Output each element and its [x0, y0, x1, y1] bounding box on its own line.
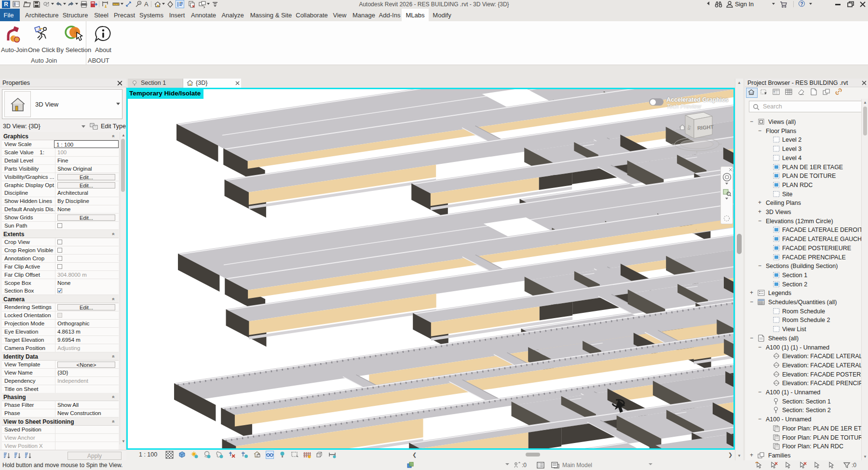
svg-text:RIGHT: RIGHT — [697, 124, 714, 131]
svg-text:1: 1 — [139, 1, 140, 4]
svg-text:123: 123 — [750, 92, 754, 95]
